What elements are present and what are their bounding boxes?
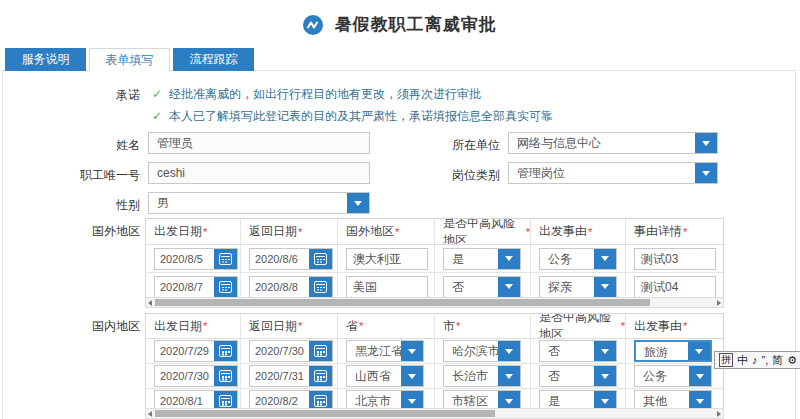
return-date-input[interactable]: 2020/8/8 [249, 276, 333, 298]
return-date-input[interactable]: 2020/7/30 [249, 340, 333, 362]
post-type-select[interactable]: 管理岗位 [508, 162, 718, 184]
unit-label: 所在单位 [390, 137, 500, 154]
ime-settings-gear-icon[interactable]: ⚙ [787, 353, 797, 367]
return-date-input[interactable]: 2020/7/31 [249, 365, 333, 387]
detail-input[interactable]: 测试03 [634, 248, 716, 270]
depart-date-input[interactable]: 2020/8/5 [154, 248, 238, 270]
calendar-button[interactable] [309, 366, 332, 386]
scroll-left-arrow-icon[interactable] [148, 300, 152, 306]
return-date-input[interactable]: 2020/8/6 [249, 248, 333, 270]
domestic-section-label: 国内地区 [60, 318, 140, 335]
calendar-icon [314, 281, 327, 293]
approval-form-page: 暑假教职工离威审批 服务说明 表单填写 流程跟踪 承诺 ✓经批准离威的，如出行行… [0, 0, 800, 419]
city-select[interactable]: 哈尔滨市 [443, 340, 521, 362]
calendar-icon [314, 253, 327, 265]
check-icon: ✓ [152, 109, 162, 123]
chevron-down-icon [695, 163, 717, 183]
calendar-button[interactable] [309, 249, 332, 269]
staff-id-input[interactable]: ceshi [148, 162, 370, 184]
column-header: 出发日期 [154, 318, 202, 335]
calendar-button[interactable] [214, 366, 237, 386]
province-select[interactable]: 山西省 [346, 365, 424, 387]
gender-select[interactable]: 男 [148, 192, 370, 214]
ime-tone-icon[interactable]: ♪ [752, 353, 758, 367]
column-header: 返回日期 [249, 223, 297, 240]
check-icon: ✓ [152, 87, 162, 101]
calendar-button[interactable] [309, 341, 332, 361]
tab-service-description[interactable]: 服务说明 [5, 48, 86, 71]
scrollbar-thumb[interactable] [155, 410, 495, 417]
tab-form-fill[interactable]: 表单填写 [89, 48, 170, 72]
scroll-right-arrow-icon[interactable] [717, 300, 721, 306]
column-header: 出发事由 [634, 318, 682, 335]
domestic-table: 出发日期* 返回日期* 省* 市* 是否中高风险地区* 出发事由* 2020/7… [145, 313, 724, 414]
chevron-down-icon [498, 249, 520, 269]
risk-select[interactable]: 否 [539, 340, 617, 362]
column-header: 返回日期 [249, 318, 297, 335]
chevron-down-icon [688, 342, 710, 360]
foreign-table-row: 2020/8/7 2020/8/8 美国 否 探亲 [146, 273, 723, 300]
ime-toolbar[interactable]: 拼 中 ♪ ”, 简 ⚙ [714, 351, 800, 369]
depart-date-input[interactable]: 2020/8/7 [154, 276, 238, 298]
column-header: 国外地区 [346, 223, 394, 240]
chevron-down-icon [401, 341, 423, 361]
risk-select[interactable]: 否 [539, 365, 617, 387]
chevron-down-icon [498, 341, 520, 361]
foreign-table-header: 出发日期* 返回日期* 国外地区* 是否中高风险地区* 出发事由* 事由详情* [146, 219, 723, 245]
detail-input[interactable]: 测试04 [634, 276, 716, 298]
scroll-right-arrow-icon[interactable] [717, 411, 721, 417]
promise-label: 承诺 [60, 87, 140, 104]
foreign-table-horizontal-scrollbar[interactable] [145, 297, 724, 308]
domestic-table-row: 2020/7/30 2020/7/31 山西省 长治市 [146, 364, 723, 389]
depart-date-input[interactable]: 2020/7/30 [154, 365, 238, 387]
domestic-table-row: 2020/7/29 2020/7/30 黑龙江省 哈尔滨市 [146, 339, 723, 364]
unit-select[interactable]: 网络与信息中心 [508, 132, 718, 154]
foreign-area-input[interactable]: 美国 [346, 276, 428, 298]
risk-select[interactable]: 否 [443, 276, 521, 298]
pulse-wave-icon [303, 15, 323, 35]
calendar-icon [219, 345, 232, 357]
tab-process-tracking[interactable]: 流程跟踪 [173, 48, 254, 71]
staff-id-label: 职工唯一号 [30, 167, 140, 184]
calendar-icon [314, 370, 327, 382]
name-input[interactable]: 管理员 [148, 132, 370, 154]
reason-select[interactable]: 旅游 [634, 340, 712, 362]
chevron-down-icon [498, 277, 520, 297]
post-type-label: 岗位类别 [390, 167, 500, 184]
ime-punctuation-button[interactable]: ”, [762, 353, 769, 367]
foreign-table: 出发日期* 返回日期* 国外地区* 是否中高风险地区* 出发事由* 事由详情* … [145, 218, 724, 301]
ime-pinyin-button[interactable]: 拼 [719, 353, 733, 367]
page-title: 暑假教职工离威审批 [335, 13, 497, 36]
risk-select[interactable]: 是 [443, 248, 521, 270]
titlebar: 暑假教职工离威审批 [0, 13, 800, 36]
province-select[interactable]: 黑龙江省 [346, 340, 424, 362]
calendar-button[interactable] [309, 277, 332, 297]
scrollbar-thumb[interactable] [155, 299, 650, 306]
reason-select[interactable]: 公务 [539, 248, 617, 270]
chevron-down-icon [594, 366, 616, 386]
ime-simplified-button[interactable]: 简 [772, 353, 783, 367]
calendar-button[interactable] [214, 277, 237, 297]
calendar-button[interactable] [214, 341, 237, 361]
calendar-icon [219, 281, 232, 293]
domestic-table-horizontal-scrollbar[interactable] [145, 408, 724, 419]
chevron-down-icon [401, 366, 423, 386]
depart-date-input[interactable]: 2020/7/29 [154, 340, 238, 362]
chevron-down-icon [594, 249, 616, 269]
column-header: 市 [443, 318, 455, 335]
reason-select[interactable]: 探亲 [539, 276, 617, 298]
foreign-area-input[interactable]: 澳大利亚 [346, 248, 428, 270]
reason-select[interactable]: 公务 [634, 365, 712, 387]
promise-text: 本人已了解填写此登记表的目的及其严肃性，承诺填报信息全部真实可靠 [169, 109, 553, 123]
column-header: 省 [346, 318, 358, 335]
column-header: 出发日期 [154, 223, 202, 240]
city-select[interactable]: 长治市 [443, 365, 521, 387]
ime-chinese-mode-button[interactable]: 中 [737, 353, 748, 367]
column-header: 出发事由 [539, 223, 587, 240]
scroll-left-arrow-icon[interactable] [148, 411, 152, 417]
calendar-icon [314, 345, 327, 357]
chevron-down-icon [498, 366, 520, 386]
column-header: 是否中高风险地区 [443, 219, 525, 244]
calendar-icon [219, 253, 232, 265]
calendar-button[interactable] [214, 249, 237, 269]
